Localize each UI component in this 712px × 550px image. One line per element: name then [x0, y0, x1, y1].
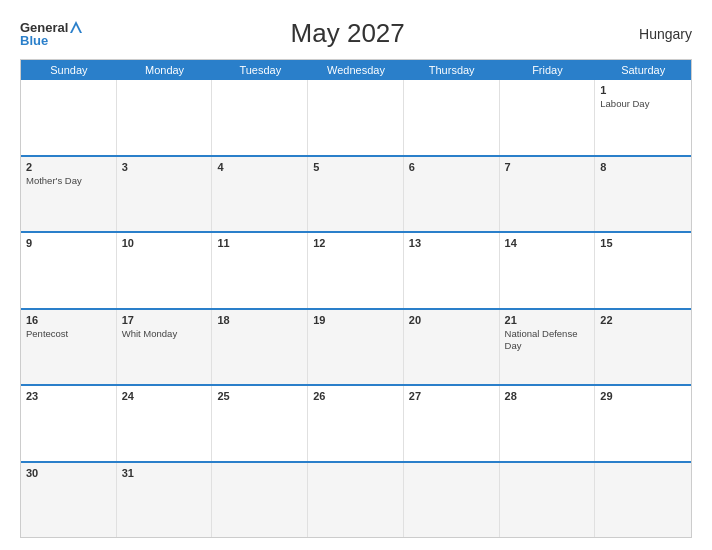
day-cell — [595, 463, 691, 538]
day-cell: 27 — [404, 386, 500, 461]
day-number: 9 — [26, 237, 111, 249]
day-cell: 20 — [404, 310, 500, 385]
day-cell — [500, 463, 596, 538]
calendar-body: 1Labour Day2Mother's Day3456789101112131… — [21, 80, 691, 537]
day-cell: 18 — [212, 310, 308, 385]
day-cell: 30 — [21, 463, 117, 538]
holiday-label: National Defense Day — [505, 328, 590, 353]
week-row-4: 16Pentecost17Whit Monday18192021National… — [21, 308, 691, 385]
day-cell: 28 — [500, 386, 596, 461]
holiday-label: Whit Monday — [122, 328, 207, 340]
day-cell: 9 — [21, 233, 117, 308]
week-row-3: 9101112131415 — [21, 231, 691, 308]
week-row-5: 23242526272829 — [21, 384, 691, 461]
day-number: 20 — [409, 314, 494, 326]
day-cell: 21National Defense Day — [500, 310, 596, 385]
day-cell — [212, 80, 308, 155]
day-cell: 24 — [117, 386, 213, 461]
country-label: Hungary — [612, 26, 692, 42]
calendar: Sunday Monday Tuesday Wednesday Thursday… — [20, 59, 692, 538]
day-cell: 10 — [117, 233, 213, 308]
day-cell: 31 — [117, 463, 213, 538]
day-header-thu: Thursday — [404, 60, 500, 80]
day-cell: 4 — [212, 157, 308, 232]
day-cell: 2Mother's Day — [21, 157, 117, 232]
day-number: 23 — [26, 390, 111, 402]
logo-blue: Blue — [20, 34, 48, 47]
day-number: 10 — [122, 237, 207, 249]
day-header-fri: Friday — [500, 60, 596, 80]
holiday-label: Pentecost — [26, 328, 111, 340]
week-row-2: 2Mother's Day345678 — [21, 155, 691, 232]
week-row-6: 3031 — [21, 461, 691, 538]
day-cell: 13 — [404, 233, 500, 308]
day-cell: 1Labour Day — [595, 80, 691, 155]
day-cell: 22 — [595, 310, 691, 385]
day-number: 2 — [26, 161, 111, 173]
day-number: 31 — [122, 467, 207, 479]
day-cell — [500, 80, 596, 155]
day-header-mon: Monday — [117, 60, 213, 80]
day-number: 21 — [505, 314, 590, 326]
day-number: 18 — [217, 314, 302, 326]
logo-general: General — [20, 21, 68, 34]
day-number: 17 — [122, 314, 207, 326]
day-number: 1 — [600, 84, 686, 96]
day-number: 30 — [26, 467, 111, 479]
day-cell: 15 — [595, 233, 691, 308]
day-number: 13 — [409, 237, 494, 249]
holiday-label: Labour Day — [600, 98, 686, 110]
day-header-wed: Wednesday — [308, 60, 404, 80]
header: General Blue May 2027 Hungary — [20, 18, 692, 49]
day-cell: 12 — [308, 233, 404, 308]
day-number: 26 — [313, 390, 398, 402]
day-cell: 23 — [21, 386, 117, 461]
day-number: 16 — [26, 314, 111, 326]
day-number: 29 — [600, 390, 686, 402]
calendar-title: May 2027 — [83, 18, 612, 49]
day-number: 8 — [600, 161, 686, 173]
day-number: 24 — [122, 390, 207, 402]
day-number: 6 — [409, 161, 494, 173]
day-cell: 7 — [500, 157, 596, 232]
day-number: 7 — [505, 161, 590, 173]
day-header-sat: Saturday — [595, 60, 691, 80]
day-cell: 17Whit Monday — [117, 310, 213, 385]
day-cell: 8 — [595, 157, 691, 232]
day-number: 28 — [505, 390, 590, 402]
day-cell: 5 — [308, 157, 404, 232]
day-cell — [212, 463, 308, 538]
day-cell — [308, 80, 404, 155]
day-cell: 25 — [212, 386, 308, 461]
logo-triangle-icon — [69, 20, 83, 34]
day-cell: 11 — [212, 233, 308, 308]
day-number: 15 — [600, 237, 686, 249]
day-cell — [404, 80, 500, 155]
day-number: 3 — [122, 161, 207, 173]
week-row-1: 1Labour Day — [21, 80, 691, 155]
day-cell — [21, 80, 117, 155]
day-cell — [404, 463, 500, 538]
holiday-label: Mother's Day — [26, 175, 111, 187]
day-number: 11 — [217, 237, 302, 249]
day-header-tue: Tuesday — [212, 60, 308, 80]
day-cell: 29 — [595, 386, 691, 461]
day-number: 19 — [313, 314, 398, 326]
day-cell: 16Pentecost — [21, 310, 117, 385]
page: General Blue May 2027 Hungary Sunday Mon… — [0, 0, 712, 550]
day-cell: 6 — [404, 157, 500, 232]
day-cell — [117, 80, 213, 155]
logo: General Blue — [20, 20, 83, 47]
day-number: 22 — [600, 314, 686, 326]
day-number: 12 — [313, 237, 398, 249]
day-number: 27 — [409, 390, 494, 402]
day-number: 25 — [217, 390, 302, 402]
day-header-sun: Sunday — [21, 60, 117, 80]
day-cell: 19 — [308, 310, 404, 385]
day-cell: 14 — [500, 233, 596, 308]
days-header: Sunday Monday Tuesday Wednesday Thursday… — [21, 60, 691, 80]
day-number: 5 — [313, 161, 398, 173]
day-cell — [308, 463, 404, 538]
day-cell: 3 — [117, 157, 213, 232]
day-number: 4 — [217, 161, 302, 173]
